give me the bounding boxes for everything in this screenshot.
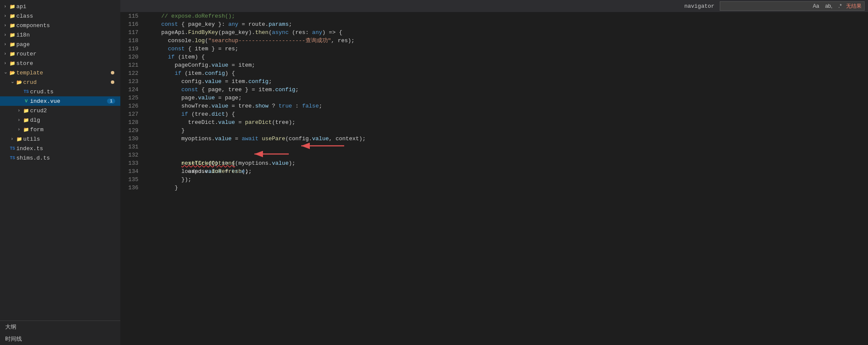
sidebar-item-label: index.ts <box>16 145 117 152</box>
code-token: ) { <box>225 111 235 117</box>
search-input[interactable] <box>723 3 809 9</box>
sidebar-item-router[interactable]: › 📁 router <box>0 49 120 59</box>
sidebar-item-template[interactable]: › 📂 template <box>0 68 120 77</box>
folder-icon: 📁 <box>22 108 30 114</box>
sidebar-item-label: crud.ts <box>30 89 117 95</box>
code-line: const { page_key }: any = route.params; <box>148 20 868 28</box>
code-line: if (item) { <box>148 53 868 61</box>
code-token: page. <box>148 95 198 101</box>
code-token: if <box>181 111 188 117</box>
sidebar-item-dlg[interactable]: › 📁 dlg <box>0 115 120 125</box>
sidebar-item-label: store <box>16 60 117 67</box>
sidebar-item-crud[interactable]: › 📂 crud <box>0 77 120 87</box>
sidebar-item-label: api <box>16 3 117 10</box>
code-token: value <box>215 136 232 142</box>
typescript-icon: TS <box>9 146 16 151</box>
chevron-right-icon: › <box>2 33 9 37</box>
code-line: myoptions.value = await usePare(config.v… <box>148 135 868 143</box>
sidebar-item-label: shims.d.ts <box>16 155 117 161</box>
code-token: = page; <box>215 95 241 101</box>
regex-button[interactable]: .* <box>836 2 844 10</box>
code-token <box>148 70 174 77</box>
vue-icon: V <box>22 99 30 104</box>
code-token: config <box>248 78 269 85</box>
code-line: config.value = item.config; <box>148 77 868 86</box>
sidebar-bottom-panel: 大纲 时间线 <box>0 320 120 345</box>
sidebar-item-page[interactable]: › 📁 page <box>0 40 120 49</box>
code-token: ; <box>319 103 322 109</box>
code-token: value <box>198 95 215 101</box>
code-token: ? <box>269 103 278 109</box>
code-token: ; <box>295 86 299 93</box>
code-token: usePare <box>262 136 285 142</box>
folder-icon: 📁 <box>9 42 16 47</box>
result-count: 无结果 <box>846 3 862 10</box>
code-token: { page, tree } = item. <box>198 86 275 93</box>
modified-dot <box>111 71 114 74</box>
code-token: (item) { <box>174 54 205 60</box>
code-token: log <box>195 37 205 44</box>
sidebar-item-store[interactable]: › 📁 store <box>0 59 120 68</box>
sidebar-item-label: index.vue <box>30 98 107 105</box>
sidebar-item-label: page <box>16 41 117 48</box>
sidebar-item-label: crud2 <box>30 108 117 114</box>
code-line: pageApi.FindByKey(page_key).then(async (… <box>148 28 868 37</box>
sidebar-item-label: utils <box>23 136 117 142</box>
code-token: (); <box>241 168 251 175</box>
code-content[interactable]: // expose.doRefresh(); const { page_key … <box>143 12 868 345</box>
code-token <box>148 111 181 117</box>
code-token: const <box>181 86 198 93</box>
code-token: , res); <box>331 37 355 44</box>
code-token: expose. <box>148 168 211 175</box>
code-token: value <box>205 78 222 85</box>
navigator-label: navigator <box>684 3 718 9</box>
sidebar-item-form[interactable]: › 📁 form <box>0 125 120 134</box>
code-token: true <box>278 103 292 109</box>
code-token: "searchup--------------------查询成功" <box>208 37 331 44</box>
code-token: value <box>211 62 228 68</box>
match-case-button[interactable]: Aa <box>810 2 822 10</box>
sidebar-item-class[interactable]: › 📁 class <box>0 11 120 21</box>
code-token: ) { <box>225 70 235 77</box>
code-token: pageConfig. <box>148 62 211 68</box>
sidebar-item-shims-ts[interactable]: TS shims.d.ts <box>0 153 120 163</box>
whole-word-button[interactable]: ab, <box>822 2 835 10</box>
timeline-label: 时间线 <box>5 335 22 343</box>
code-token: } <box>148 127 185 134</box>
sidebar-item-i18n[interactable]: › 📁 i18n <box>0 30 120 40</box>
code-token: config <box>275 86 295 93</box>
sidebar-item-label: router <box>16 51 117 57</box>
code-line: pageConfig.value = item; <box>148 61 868 69</box>
line-number: 116 <box>120 20 138 28</box>
code-line: const { item } = res; <box>148 45 868 53</box>
timeline-panel[interactable]: 时间线 <box>0 333 120 345</box>
sidebar-item-index-ts[interactable]: TS index.ts <box>0 144 120 153</box>
sidebar-item-components[interactable]: › 📁 components <box>0 21 120 30</box>
file-tree: › 📁 api › 📁 class › 📁 components › 📁 i18… <box>0 0 120 320</box>
code-line: nextTick(() => { <box>148 159 868 167</box>
code-token: show <box>255 103 269 109</box>
code-token: ) => { <box>322 29 342 36</box>
git-badge: 1 <box>107 99 115 104</box>
sidebar-item-index-vue[interactable]: V index.vue 1 <box>0 96 120 106</box>
code-token: const <box>168 46 185 52</box>
line-number: 125 <box>120 94 138 102</box>
line-number: 121 <box>120 61 138 69</box>
code-line: } <box>148 126 868 135</box>
code-token: any <box>228 21 238 28</box>
editor-area: navigator Aa ab, .* 无结果 1151161171181191… <box>120 0 868 345</box>
code-token: dict <box>211 111 225 117</box>
sidebar-item-crud-ts[interactable]: TS crud.ts <box>0 87 120 96</box>
code-token: config <box>205 70 225 77</box>
sidebar-item-utils[interactable]: › 📁 utils <box>0 134 120 144</box>
sidebar-item-label: components <box>16 22 117 29</box>
chevron-right-icon: › <box>15 118 22 123</box>
sidebar-item-api[interactable]: › 📁 api <box>0 2 120 11</box>
outline-panel[interactable]: 大纲 <box>0 321 120 333</box>
code-token: params <box>269 21 289 28</box>
search-container: Aa ab, .* 无结果 <box>720 1 865 11</box>
sidebar-item-label: dlg <box>30 117 117 123</box>
folder-icon: 📁 <box>9 51 16 57</box>
sidebar-item-crud2[interactable]: › 📁 crud2 <box>0 106 120 115</box>
folder-icon: 📁 <box>22 117 30 123</box>
